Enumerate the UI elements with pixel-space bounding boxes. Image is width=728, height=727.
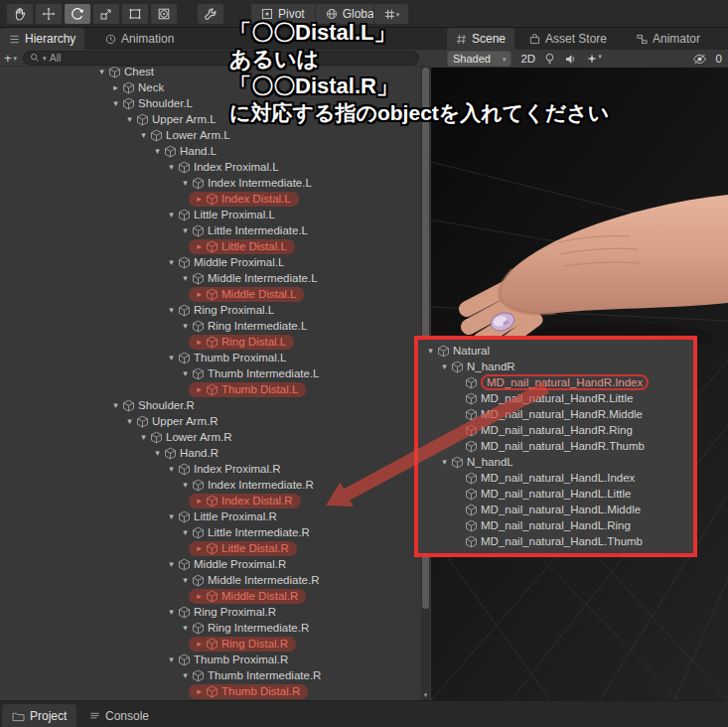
expand-toggle-icon[interactable]: ▾ (165, 465, 178, 474)
expand-toggle-icon[interactable]: ▾ (165, 655, 178, 664)
expand-toggle-icon[interactable]: ▾ (151, 147, 164, 156)
hand-tool-button[interactable] (6, 3, 34, 25)
expand-toggle-icon[interactable]: ▾ (165, 211, 178, 219)
tab-hierarchy[interactable]: Hierarchy (0, 28, 84, 50)
hierarchy-row[interactable]: ▸Ring Distal.L (0, 334, 431, 350)
expand-toggle-icon[interactable]: ▾ (179, 481, 192, 490)
expand-toggle-icon[interactable]: ▾ (109, 401, 122, 410)
hierarchy-row[interactable]: ▾Little Intermediate.R (0, 524, 431, 540)
create-object-button[interactable]: + ▾ (4, 52, 17, 65)
rotate-tool-button[interactable] (64, 3, 91, 25)
inset-row[interactable]: MD_nail_natural_HandR.Index (418, 374, 693, 390)
expand-toggle-icon[interactable]: ▾ (179, 576, 192, 585)
expand-toggle-icon[interactable]: ▸ (193, 290, 206, 299)
expand-toggle-icon[interactable]: ▸ (109, 83, 122, 92)
hierarchy-row[interactable]: ▾Middle Proximal.R (0, 556, 431, 572)
expand-toggle-icon[interactable]: ▾ (179, 322, 192, 331)
hierarchy-row[interactable]: ▾Index Proximal.L (0, 159, 431, 175)
expand-toggle-icon[interactable]: ▾ (137, 433, 150, 442)
expand-toggle-icon[interactable]: ▾ (151, 449, 164, 458)
hierarchy-row[interactable]: ▾Middle Intermediate.L (0, 270, 431, 286)
expand-toggle-icon[interactable]: ▾ (109, 99, 122, 108)
expand-toggle-icon[interactable]: ▾ (165, 258, 178, 267)
hierarchy-row[interactable]: ▾Lower Arm.L (0, 127, 431, 143)
inset-row[interactable]: MD_nail_natural_HandL.Index (418, 470, 693, 486)
expand-toggle-icon[interactable]: ▾ (179, 528, 192, 537)
hierarchy-row[interactable]: ▾Hand.L (0, 143, 431, 159)
hierarchy-row[interactable]: ▾Ring Intermediate.R (0, 620, 431, 636)
transform-tool-button[interactable] (150, 3, 178, 25)
expand-toggle-icon[interactable]: ▾ (438, 363, 451, 371)
expand-toggle-icon[interactable]: ▾ (165, 163, 178, 172)
expand-toggle-icon[interactable]: ▾ (424, 347, 437, 356)
move-tool-button[interactable] (35, 3, 63, 25)
hierarchy-row[interactable]: ▾Hand.R (0, 445, 431, 461)
hierarchy-row[interactable]: ▾Ring Proximal.R (0, 604, 431, 620)
inset-row[interactable]: ▾N_handL (418, 454, 693, 470)
hierarchy-row[interactable]: ▾Little Proximal.L (0, 207, 431, 222)
hierarchy-row[interactable]: ▾Thumb Intermediate.R (0, 667, 431, 683)
tab-animator[interactable]: Animator (628, 28, 709, 50)
hierarchy-row[interactable]: ▸Little Distal.R (0, 540, 431, 556)
hierarchy-row[interactable]: ▾Index Proximal.R (0, 461, 431, 477)
hierarchy-row[interactable]: ▾Thumb Proximal.R (0, 652, 431, 667)
expand-toggle-icon[interactable]: ▸ (193, 385, 206, 394)
hierarchy-row[interactable]: ▸Thumb Distal.L (0, 381, 431, 397)
rect-tool-button[interactable] (121, 3, 149, 25)
hierarchy-row[interactable]: ▾Lower Arm.R (0, 429, 431, 445)
expand-toggle-icon[interactable]: ▸ (193, 195, 206, 204)
hierarchy-row[interactable]: ▾Middle Proximal.L (0, 254, 431, 270)
inset-row[interactable]: MD_nail_natural_HandL.Ring (418, 517, 693, 533)
expand-toggle-icon[interactable]: ▸ (193, 640, 206, 649)
inset-row[interactable]: ▾Natural (418, 343, 693, 359)
hierarchy-row[interactable]: ▾Upper Arm.R (0, 413, 431, 429)
expand-toggle-icon[interactable]: ▾ (179, 274, 192, 283)
tab-project[interactable]: Project (2, 704, 76, 727)
expand-toggle-icon[interactable]: ▸ (193, 544, 206, 553)
expand-toggle-icon[interactable]: ▾ (179, 624, 192, 633)
expand-toggle-icon[interactable]: ▾ (165, 560, 178, 569)
expand-toggle-icon[interactable]: ▸ (193, 242, 206, 251)
hierarchy-row[interactable]: ▾Ring Proximal.L (0, 302, 431, 318)
scene-visibility-toggle[interactable] (692, 54, 707, 65)
hierarchy-row[interactable]: ▸Index Distal.L (0, 191, 431, 207)
hierarchy-row[interactable]: ▾Little Intermediate.L (0, 222, 431, 238)
expand-toggle-icon[interactable]: ▾ (179, 226, 192, 235)
hierarchy-row[interactable]: ▸Index Distal.R (0, 493, 431, 509)
scale-tool-button[interactable] (92, 3, 120, 25)
expand-toggle-icon[interactable]: ▸ (193, 592, 206, 601)
expand-toggle-icon[interactable]: ▾ (179, 369, 192, 378)
expand-toggle-icon[interactable]: ▾ (137, 131, 150, 140)
expand-toggle-icon[interactable]: ▾ (165, 306, 178, 315)
inset-row[interactable]: MD_nail_natural_HandR.Middle (418, 406, 693, 422)
inset-row[interactable]: MD_nail_natural_HandR.Ring (418, 422, 693, 438)
expand-toggle-icon[interactable]: ▾ (165, 354, 178, 363)
inset-row[interactable]: MD_nail_natural_HandL.Thumb (418, 533, 693, 549)
custom-editor-tool-button[interactable] (197, 3, 224, 25)
inset-row[interactable]: MD_nail_natural_HandR.Little (418, 390, 693, 406)
inset-row[interactable]: ▾N_handR (418, 359, 693, 374)
expand-toggle-icon[interactable]: ▾ (438, 458, 451, 467)
hierarchy-row[interactable]: ▸Little Distal.L (0, 238, 431, 254)
tab-console[interactable]: Console (79, 704, 159, 727)
tab-animation[interactable]: Animation (96, 28, 183, 50)
expand-toggle-icon[interactable]: ▾ (165, 608, 178, 617)
hierarchy-row[interactable]: ▸Thumb Distal.R (0, 683, 431, 699)
hierarchy-row[interactable]: ▾Index Intermediate.R (0, 477, 431, 493)
hierarchy-row[interactable]: ▾Middle Intermediate.R (0, 572, 431, 588)
expand-toggle-icon[interactable]: ▸ (193, 497, 206, 506)
expand-toggle-icon[interactable]: ▾ (179, 671, 192, 680)
inset-row[interactable]: MD_nail_natural_HandL.Middle (418, 502, 693, 517)
expand-toggle-icon[interactable]: ▾ (179, 179, 192, 188)
scrollbar-down-arrow[interactable]: ▼ (421, 690, 430, 700)
expand-toggle-icon[interactable]: ▾ (95, 68, 108, 76)
hierarchy-row[interactable]: ▾Ring Intermediate.L (0, 318, 431, 334)
hierarchy-row[interactable]: ▾Little Proximal.R (0, 509, 431, 524)
expand-toggle-icon[interactable]: ▾ (123, 115, 136, 124)
hierarchy-row[interactable]: ▾Index Intermediate.L (0, 175, 431, 191)
hierarchy-row[interactable]: ▾Thumb Proximal.L (0, 350, 431, 365)
expand-toggle-icon[interactable]: ▾ (123, 417, 136, 426)
inset-row[interactable]: MD_nail_natural_HandL.Little (418, 486, 693, 502)
hierarchy-row[interactable]: ▸Middle Distal.R (0, 588, 431, 604)
hierarchy-row[interactable]: ▾Thumb Intermediate.L (0, 365, 431, 381)
